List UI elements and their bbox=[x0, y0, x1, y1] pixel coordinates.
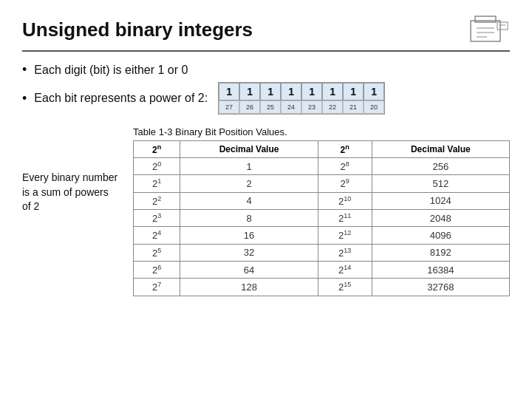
svg-rect-5 bbox=[497, 22, 508, 30]
left-power-3: 23 bbox=[134, 209, 180, 226]
table-row: 2242101024 bbox=[134, 192, 510, 209]
col-header-3: 2n bbox=[318, 141, 372, 158]
bit-label-7: 27 bbox=[219, 100, 239, 114]
right-val-5: 8192 bbox=[372, 244, 509, 261]
bullet-section: • Each digit (bit) is either 1 or 0 • Ea… bbox=[22, 62, 510, 115]
left-power-7: 27 bbox=[134, 279, 180, 296]
bit-cell-0: 1 bbox=[364, 83, 384, 100]
svg-rect-1 bbox=[475, 16, 496, 22]
right-val-6: 16384 bbox=[372, 261, 509, 278]
left-val-6: 64 bbox=[180, 261, 318, 278]
right-val-1: 512 bbox=[372, 175, 509, 192]
right-power-3: 211 bbox=[318, 209, 372, 226]
bit-cell-1: 1 bbox=[343, 83, 364, 100]
table-row: 266421416384 bbox=[134, 261, 510, 278]
table-caption-bold: Table 1-3 bbox=[133, 126, 172, 137]
bit-label-2: 22 bbox=[322, 100, 343, 114]
right-power-0: 28 bbox=[318, 158, 372, 175]
col-header-1: 2n bbox=[134, 141, 180, 158]
right-power-5: 213 bbox=[318, 244, 372, 261]
left-val-3: 8 bbox=[180, 209, 318, 226]
table-row: 25322138192 bbox=[134, 244, 510, 261]
left-val-2: 4 bbox=[180, 192, 318, 209]
bit-display: 1 1 1 1 1 1 1 1 27 26 25 24 23 22 21 bbox=[218, 82, 385, 115]
right-val-3: 2048 bbox=[372, 209, 509, 226]
header-icon bbox=[469, 15, 510, 44]
right-power-6: 214 bbox=[318, 261, 372, 278]
left-val-0: 1 bbox=[180, 158, 318, 175]
col-header-4: Decimal Value bbox=[372, 141, 509, 158]
table-row: 21229512 bbox=[134, 175, 510, 192]
bit-label-1: 21 bbox=[343, 100, 364, 114]
left-power-6: 26 bbox=[134, 261, 180, 278]
bullet-text-1: Each digit (bit) is either 1 or 0 bbox=[34, 64, 188, 77]
table-caption-normal: Binary Bit Position Values. bbox=[172, 126, 287, 137]
right-val-4: 4096 bbox=[372, 227, 509, 244]
svg-rect-0 bbox=[471, 21, 500, 41]
bit-cell-6: 1 bbox=[239, 83, 260, 100]
bit-cell-5: 1 bbox=[260, 83, 281, 100]
right-power-1: 29 bbox=[318, 175, 372, 192]
bullet-row-1: • Each digit (bit) is either 1 or 0 bbox=[22, 62, 510, 78]
bit-label-6: 26 bbox=[239, 100, 260, 114]
right-val-0: 256 bbox=[372, 158, 509, 175]
table-row: 2712821532768 bbox=[134, 279, 510, 296]
bullet-row-2: • Each bit represents a power of 2: 1 1 … bbox=[22, 82, 510, 115]
bit-label-3: 23 bbox=[301, 100, 322, 114]
left-val-5: 32 bbox=[180, 244, 318, 261]
bit-cell-4: 1 bbox=[281, 83, 301, 100]
left-power-0: 20 bbox=[134, 158, 180, 175]
left-power-2: 22 bbox=[134, 192, 180, 209]
left-power-1: 21 bbox=[134, 175, 180, 192]
left-val-4: 16 bbox=[180, 227, 318, 244]
table-row: 24162124096 bbox=[134, 227, 510, 244]
right-val-7: 32768 bbox=[372, 279, 509, 296]
bit-cell-2: 1 bbox=[322, 83, 343, 100]
binary-table: 2n Decimal Value 2n Decimal Value 201282… bbox=[133, 140, 510, 296]
right-power-7: 215 bbox=[318, 279, 372, 296]
bit-label-0: 20 bbox=[364, 100, 384, 114]
left-description: Every binary number is a sum of powers o… bbox=[22, 126, 118, 384]
page-title: Unsigned binary integers bbox=[22, 18, 253, 41]
table-row: 20128256 bbox=[134, 158, 510, 175]
col-header-2: Decimal Value bbox=[180, 141, 318, 158]
left-power-5: 25 bbox=[134, 244, 180, 261]
left-val-1: 2 bbox=[180, 175, 318, 192]
left-power-4: 24 bbox=[134, 227, 180, 244]
table-row: 2382112048 bbox=[134, 209, 510, 226]
bit-cell-7: 1 bbox=[219, 83, 239, 100]
bullet-text-2: Each bit represents a power of 2: bbox=[34, 92, 208, 105]
bit-cells-row: 1 1 1 1 1 1 1 1 bbox=[219, 83, 384, 100]
table-header-row: 2n Decimal Value 2n Decimal Value bbox=[134, 141, 510, 158]
right-val-2: 1024 bbox=[372, 192, 509, 209]
bit-label-5: 25 bbox=[260, 100, 281, 114]
header: Unsigned binary integers bbox=[22, 15, 510, 52]
content-area: Every binary number is a sum of powers o… bbox=[22, 126, 510, 384]
bullet-dot-2: • bbox=[22, 91, 27, 106]
bit-labels-row: 27 26 25 24 23 22 21 20 bbox=[219, 100, 384, 114]
bit-label-4: 24 bbox=[281, 100, 301, 114]
bit-cell-3: 1 bbox=[301, 83, 322, 100]
table-area: Table 1-3 Binary Bit Position Values. 2n… bbox=[133, 126, 510, 384]
left-val-7: 128 bbox=[180, 279, 318, 296]
page: Unsigned binary integers • Each digit (b… bbox=[0, 0, 532, 399]
table-caption: Table 1-3 Binary Bit Position Values. bbox=[133, 126, 510, 137]
bullet-dot-1: • bbox=[22, 62, 27, 78]
table-body: 2012825621229512224210102423821120482416… bbox=[134, 158, 510, 296]
right-power-2: 210 bbox=[318, 192, 372, 209]
right-power-4: 212 bbox=[318, 227, 372, 244]
